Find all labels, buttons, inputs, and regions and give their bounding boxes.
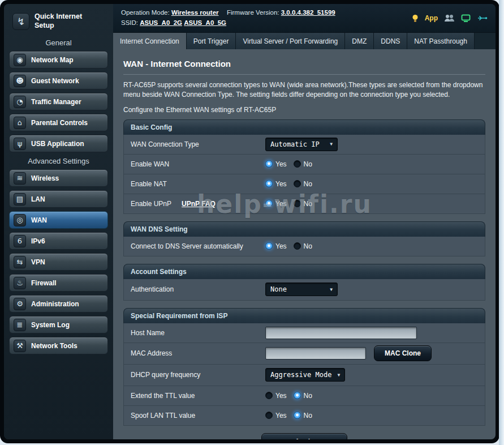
sidebar-item-network-map[interactable]: ◉ Network Map <box>9 51 108 69</box>
operation-mode-label: Operation Mode: <box>121 9 170 16</box>
mac-address-input[interactable] <box>265 347 366 360</box>
authentication-label: Authentication <box>131 285 265 293</box>
dns-auto-no-label: No <box>304 242 312 250</box>
sidebar-item-firewall[interactable]: ♨ Firewall <box>9 274 108 292</box>
dns-auto-label: Connect to DNS Server automatically <box>131 242 265 250</box>
dhcp-query-value: Aggressive Mode <box>270 371 331 379</box>
sidebar-item-traffic-manager[interactable]: ◔ Traffic Manager <box>9 93 108 110</box>
chevron-down-icon: ▼ <box>330 142 333 147</box>
tab-internet-connection[interactable]: Internet Connection <box>113 33 187 49</box>
enable-wan-yes-radio[interactable] <box>265 160 273 168</box>
spoof-ttl-no-radio[interactable] <box>294 412 301 419</box>
sidebar-item-guest-network[interactable]: ☻ Guest Network <box>9 72 108 89</box>
section-special-requirement: Special Requirement from ISP Host Name M… <box>123 308 485 426</box>
ssid-2g-link[interactable]: ASUS_A0_2G <box>140 19 182 26</box>
sidebar-item-label: USB Application <box>31 140 84 148</box>
tab-nat-passthrough[interactable]: NAT Passthrough <box>407 33 475 49</box>
enable-upnp-no-radio[interactable] <box>294 200 301 207</box>
section-wan-dns-setting: WAN DNS Setting Connect to DNS Server au… <box>123 221 485 256</box>
app-status-label[interactable]: App <box>425 14 438 22</box>
administration-icon: ⚙ <box>14 298 26 310</box>
row-spoof-lan-ttl: Spoof LAN TTL value Yes No <box>123 406 485 426</box>
spoof-ttl-yes-radio[interactable] <box>265 412 273 419</box>
host-name-input[interactable] <box>265 327 417 339</box>
sidebar-item-ipv6[interactable]: 6 IPv6 <box>9 232 108 250</box>
dhcp-query-select[interactable]: Aggressive Mode ▼ <box>265 368 345 382</box>
sidebar-item-network-tools[interactable]: ⚒ Network Tools <box>9 337 108 354</box>
guest-network-icon: ☻ <box>14 75 26 87</box>
extend-ttl-no-radio[interactable] <box>294 392 301 399</box>
firmware-version-link[interactable]: 3.0.0.4.382_51599 <box>281 9 335 16</box>
router-admin-window: ↯ Quick Internet Setup General ◉ Network… <box>0 0 499 443</box>
sidebar-item-system-log[interactable]: ≣ System Log <box>9 316 108 333</box>
section-basic-config: Basic Config WAN Connection Type Automat… <box>123 119 485 214</box>
tab-ddns[interactable]: DDNS <box>374 33 407 49</box>
enable-upnp-yes-radio[interactable] <box>265 200 273 207</box>
enable-wan-no-label: No <box>304 160 312 168</box>
dns-auto-no-radio[interactable] <box>294 242 301 250</box>
wan-status-icon[interactable] <box>461 14 471 23</box>
mac-address-label: MAC Address <box>131 349 265 357</box>
sidebar-item-label: IPv6 <box>31 237 45 245</box>
extend-ttl-yes-radio[interactable] <box>265 392 273 399</box>
sidebar-header-general: General <box>9 38 108 47</box>
ssid-5g-link[interactable]: ASUS_A0_5G <box>184 19 226 26</box>
row-host-name: Host Name <box>123 323 485 343</box>
sidebar-item-label: Firewall <box>31 279 57 287</box>
sidebar-item-vpn[interactable]: ⇆ VPN <box>9 253 108 271</box>
enable-nat-yes-label: Yes <box>275 180 287 188</box>
sidebar-item-lan[interactable]: ▤ LAN <box>9 190 108 208</box>
tab-port-trigger[interactable]: Port Trigger <box>187 33 236 49</box>
spoof-ttl-no-label: No <box>304 412 312 420</box>
enable-nat-no-label: No <box>304 180 312 188</box>
row-enable-nat: Enable NAT Yes No <box>123 174 485 194</box>
dhcp-query-label: DHCP query frequency <box>131 371 265 379</box>
upnp-faq-link[interactable]: UPnP FAQ <box>182 200 216 208</box>
status-icon-cluster: App <box>412 14 488 23</box>
section-special-title: Special Requirement from ISP <box>123 308 485 323</box>
enable-upnp-label: Enable UPnP <box>131 200 171 208</box>
mac-clone-button[interactable]: MAC Clone <box>374 345 432 361</box>
bulb-icon[interactable] <box>412 14 419 23</box>
enable-wan-no-radio[interactable] <box>294 160 301 168</box>
row-wan-connection-type: WAN Connection Type Automatic IP ▼ <box>123 135 485 155</box>
sidebar-item-label: Traffic Manager <box>31 98 81 106</box>
system-status-text: Operation Mode: Wireless router Firmware… <box>121 8 335 28</box>
sidebar-item-quick-internet-setup[interactable]: ↯ Quick Internet Setup <box>9 10 108 33</box>
enable-wan-yes-label: Yes <box>275 160 287 168</box>
authentication-value: None <box>270 285 287 293</box>
firewall-icon: ♨ <box>14 277 26 289</box>
authentication-select[interactable]: None ▼ <box>265 283 338 296</box>
sidebar-item-wan[interactable]: ◎ WAN <box>9 211 108 229</box>
tab-dmz[interactable]: DMZ <box>345 33 374 49</box>
usb-application-icon: ψ <box>14 138 26 150</box>
wan-connection-type-select[interactable]: Automatic IP ▼ <box>265 138 338 151</box>
dns-auto-yes-radio[interactable] <box>265 242 273 250</box>
row-dns-auto: Connect to DNS Server automatically Yes … <box>123 237 485 256</box>
spoof-ttl-yes-label: Yes <box>275 412 287 420</box>
sidebar-item-administration[interactable]: ⚙ Administration <box>9 295 108 313</box>
clients-users-icon[interactable] <box>444 14 455 22</box>
chevron-down-icon: ▼ <box>330 287 333 292</box>
section-wan-dns-title: WAN DNS Setting <box>123 221 485 237</box>
quick-internet-setup-label: Quick Internet Setup <box>35 12 97 30</box>
app-shell: ↯ Quick Internet Setup General ◉ Network… <box>4 4 496 439</box>
enable-nat-label: Enable NAT <box>131 180 265 188</box>
sidebar-item-usb-application[interactable]: ψ USB Application <box>9 135 108 152</box>
enable-nat-no-radio[interactable] <box>294 180 301 187</box>
sidebar-item-label: Network Map <box>31 56 74 64</box>
sidebar: ↯ Quick Internet Setup General ◉ Network… <box>4 4 113 439</box>
sidebar-item-parental-controls[interactable]: ⌂ Parental Controls <box>9 114 108 131</box>
top-status-bar: Operation Mode: Wireless router Firmware… <box>113 4 496 32</box>
section-account-title: Account Settings <box>123 264 485 279</box>
apply-button[interactable]: Apply <box>261 433 347 439</box>
page-title: WAN - Internet Connection <box>123 56 485 75</box>
enable-nat-yes-radio[interactable] <box>265 180 273 187</box>
tab-virtual-server-port-forwarding[interactable]: Virtual Server / Port Forwarding <box>236 33 345 49</box>
operation-mode-link[interactable]: Wireless router <box>171 9 219 16</box>
usb-status-icon[interactable] <box>477 14 488 22</box>
sidebar-item-wireless[interactable]: ≋ Wireless <box>9 169 108 187</box>
extend-ttl-no-label: No <box>304 392 312 400</box>
wan-connection-type-value: Automatic IP <box>270 140 320 148</box>
traffic-manager-icon: ◔ <box>14 96 26 108</box>
